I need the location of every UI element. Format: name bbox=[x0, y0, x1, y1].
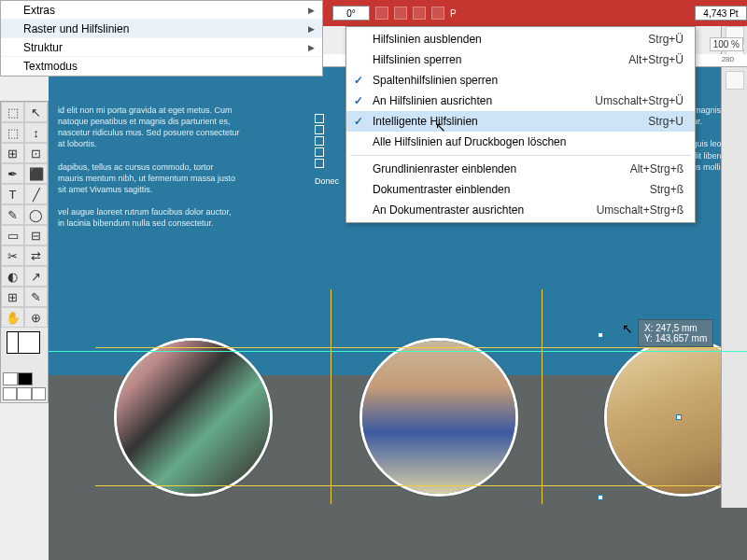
selection-handle[interactable] bbox=[598, 332, 603, 338]
submenu-label: An Dokumentraster ausrichten bbox=[373, 203, 524, 217]
stroke-field[interactable]: 4,743 Pt bbox=[695, 6, 747, 21]
tool-button[interactable]: ◐ bbox=[1, 266, 24, 287]
menu-item[interactable]: Struktur▶ bbox=[1, 38, 322, 57]
tool-button[interactable]: ✎ bbox=[1, 204, 24, 225]
main-menu-panel: Extras▶Raster und Hilfslinien▶Struktur▶T… bbox=[0, 0, 323, 77]
option-icon[interactable] bbox=[375, 7, 388, 20]
menu-item[interactable]: Extras▶ bbox=[1, 1, 322, 20]
smart-guide-vertical bbox=[542, 289, 543, 504]
option-icon[interactable] bbox=[413, 7, 426, 20]
body-text: vel augue laoreet rutrum faucibus dolor … bbox=[58, 206, 240, 229]
guides-submenu: Hilfslinien ausblendenStrg+ÜHilfslinien … bbox=[345, 26, 696, 223]
smart-guide-horizontal bbox=[95, 485, 747, 486]
menu-item[interactable]: Raster und Hilfslinien▶ bbox=[1, 20, 322, 38]
coord-x: X: 247,5 mm bbox=[644, 323, 707, 333]
shortcut-label: Strg+Ü bbox=[648, 33, 684, 46]
tool-button[interactable]: ◯ bbox=[24, 204, 48, 225]
submenu-arrow-icon: ▶ bbox=[308, 6, 315, 15]
submenu-label: Intelligente Hilfslinien bbox=[373, 115, 478, 128]
mode-row bbox=[3, 372, 46, 385]
options-bar: 0° P 4,743 Pt bbox=[323, 0, 747, 26]
selection-handle[interactable] bbox=[598, 495, 603, 500]
submenu-arrow-icon: ▶ bbox=[308, 43, 315, 52]
photo-stretch bbox=[362, 341, 515, 494]
tool-button[interactable]: T bbox=[1, 184, 24, 204]
image-frame-circle[interactable] bbox=[114, 338, 273, 497]
tool-button[interactable]: ✂ bbox=[1, 245, 24, 266]
smart-guide-horizontal bbox=[95, 347, 747, 348]
submenu-item[interactable]: Hilfslinien ausblendenStrg+Ü bbox=[346, 29, 695, 49]
photo-gym bbox=[117, 341, 270, 494]
tool-button[interactable]: ✒ bbox=[1, 163, 24, 184]
char-indicator: P bbox=[450, 8, 457, 19]
shortcut-label: Alt+Strg+Ü bbox=[628, 53, 684, 66]
text-column-1: id elit non mi porta gravida at eget met… bbox=[58, 105, 240, 230]
check-icon: ✓ bbox=[354, 115, 363, 128]
tool-button[interactable]: ✋ bbox=[1, 307, 24, 328]
screen-mode-icon[interactable] bbox=[17, 387, 31, 400]
check-icon: ✓ bbox=[354, 94, 363, 107]
tool-button[interactable]: ⊟ bbox=[24, 225, 48, 245]
image-frame-circle[interactable] bbox=[359, 338, 518, 497]
coordinate-tooltip: X: 247,5 mm Y: 143,657 mm bbox=[638, 319, 713, 347]
shortcut-label: Strg+ß bbox=[650, 183, 684, 196]
shortcut-label: Strg+U bbox=[648, 115, 684, 128]
submenu-label: Hilfslinien ausblenden bbox=[373, 33, 482, 46]
tool-button[interactable]: ↖ bbox=[24, 102, 48, 122]
submenu-label: An Hilfslinien ausrichten bbox=[373, 94, 492, 107]
screen-mode-icon[interactable] bbox=[3, 387, 17, 400]
selection-handle[interactable] bbox=[676, 414, 682, 420]
stroke-swatch[interactable] bbox=[18, 331, 40, 354]
apply-fill-icon[interactable] bbox=[3, 372, 18, 385]
color-swatches[interactable] bbox=[7, 331, 42, 369]
menu-item[interactable]: Textmodus bbox=[1, 57, 322, 76]
panel-icon[interactable] bbox=[726, 71, 744, 90]
angle-field[interactable]: 0° bbox=[332, 6, 370, 21]
submenu-item[interactable]: Alle Hilfslinien auf Druckbogen löschen bbox=[346, 132, 695, 152]
bullet-label: Donec bbox=[315, 175, 339, 187]
zoom-readout: 100 % bbox=[710, 37, 743, 51]
toolbox: ⬚↖⬚↕⊞⊡✒⬛T╱✎◯▭⊟✂⇄◐↗⊞✎✋⊕ bbox=[0, 101, 49, 403]
tool-button[interactable]: ⇄ bbox=[24, 245, 48, 266]
submenu-item[interactable]: Grundlinienraster einblendenAlt+Strg+ß bbox=[346, 159, 695, 179]
tool-button[interactable]: ⊞ bbox=[1, 287, 24, 307]
panel-dock bbox=[721, 22, 747, 508]
apply-text-icon[interactable] bbox=[18, 372, 33, 385]
tool-button[interactable]: ⬚ bbox=[1, 102, 24, 122]
smart-guide-vertical bbox=[331, 289, 331, 504]
submenu-label: Grundlinienraster einblenden bbox=[373, 162, 516, 175]
submenu-item[interactable]: ✓Intelligente HilfslinienStrg+U bbox=[346, 111, 695, 132]
option-icon[interactable] bbox=[394, 7, 407, 20]
tool-button[interactable]: ✎ bbox=[24, 287, 48, 307]
submenu-item[interactable]: Dokumentraster einblendenStrg+ß bbox=[346, 179, 695, 200]
option-icon[interactable] bbox=[431, 7, 444, 20]
ruler-tick: 280 bbox=[722, 55, 734, 63]
tool-button[interactable]: ▭ bbox=[1, 225, 24, 245]
tool-button[interactable]: ⊞ bbox=[1, 143, 24, 163]
tool-button[interactable]: ⊡ bbox=[24, 143, 48, 163]
tool-button[interactable]: ╱ bbox=[24, 184, 48, 204]
tool-button[interactable]: ↕ bbox=[24, 122, 48, 143]
tool-button[interactable]: ⬛ bbox=[24, 163, 48, 184]
check-icon: ✓ bbox=[354, 74, 363, 87]
submenu-label: Alle Hilfslinien auf Druckbogen löschen bbox=[373, 135, 566, 148]
body-text: dapibus, tellus ac cursus commodo, torto… bbox=[58, 161, 240, 195]
submenu-label: Spaltenhilfslinien sperren bbox=[373, 74, 498, 87]
submenu-item[interactable]: Hilfslinien sperrenAlt+Strg+Ü bbox=[346, 49, 695, 70]
body-text: id elit non mi porta gravida at eget met… bbox=[58, 105, 240, 150]
submenu-item[interactable]: An Dokumentraster ausrichtenUmschalt+Str… bbox=[346, 200, 695, 220]
shortcut-label: Umschalt+Strg+ß bbox=[597, 203, 684, 217]
screen-mode-icon[interactable] bbox=[32, 387, 46, 400]
shortcut-label: Alt+Strg+ß bbox=[630, 162, 684, 175]
menu-separator bbox=[350, 155, 691, 156]
tool-button[interactable]: ↗ bbox=[24, 266, 48, 287]
shortcut-label: Umschalt+Strg+Ü bbox=[595, 94, 684, 107]
submenu-item[interactable]: ✓Spaltenhilfslinien sperren bbox=[346, 70, 695, 91]
tool-button[interactable]: ⬚ bbox=[1, 122, 24, 143]
coord-y: Y: 143,657 mm bbox=[644, 333, 707, 343]
tool-button[interactable]: ⊕ bbox=[24, 307, 48, 328]
submenu-label: Hilfslinien sperren bbox=[373, 53, 461, 66]
submenu-arrow-icon: ▶ bbox=[308, 24, 315, 34]
submenu-item[interactable]: ✓An Hilfslinien ausrichtenUmschalt+Strg+… bbox=[346, 91, 695, 111]
submenu-label: Dokumentraster einblenden bbox=[373, 183, 510, 196]
